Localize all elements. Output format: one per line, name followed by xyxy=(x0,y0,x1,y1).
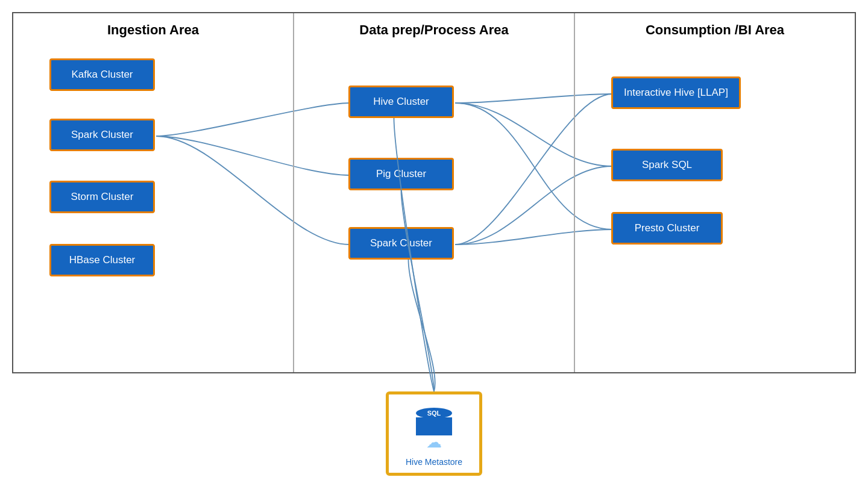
kafka-cluster-box: Kafka Cluster xyxy=(49,58,155,91)
ingestion-header: Ingestion Area xyxy=(13,22,293,38)
hive-cluster-process-box: Hive Cluster xyxy=(348,86,454,118)
metastore-label: Hive Metastore xyxy=(406,457,462,467)
metastore-box: SQL ☁ Hive Metastore xyxy=(386,391,482,476)
diagram-area: Ingestion Area Kafka Cluster Spark Clust… xyxy=(12,12,856,373)
cloud-icon: ☁ xyxy=(426,433,442,452)
process-column: Data prep/Process Area Hive Cluster Pig … xyxy=(294,13,575,372)
sql-cylinder-top: SQL xyxy=(416,408,452,419)
spark-cluster-process-box: Spark Cluster xyxy=(348,227,454,260)
hbase-cluster-box: HBase Cluster xyxy=(49,244,155,276)
consumption-column: Consumption /BI Area Interactive Hive [L… xyxy=(575,13,855,372)
storm-cluster-box: Storm Cluster xyxy=(49,181,155,213)
consumption-header: Consumption /BI Area xyxy=(575,22,855,38)
ingestion-column: Ingestion Area Kafka Cluster Spark Clust… xyxy=(13,13,294,372)
spark-cluster-ingestion-box: Spark Cluster xyxy=(49,119,155,151)
interactive-hive-box: Interactive Hive [LLAP] xyxy=(611,76,741,109)
sql-icon: SQL ☁ xyxy=(410,405,458,453)
process-header: Data prep/Process Area xyxy=(294,22,574,38)
pig-cluster-box: Pig Cluster xyxy=(348,158,454,190)
main-container: Ingestion Area Kafka Cluster Spark Clust… xyxy=(12,12,856,476)
below-area: SQL ☁ Hive Metastore xyxy=(12,373,856,476)
spark-sql-box: Spark SQL xyxy=(611,149,723,181)
presto-cluster-box: Presto Cluster xyxy=(611,212,723,245)
